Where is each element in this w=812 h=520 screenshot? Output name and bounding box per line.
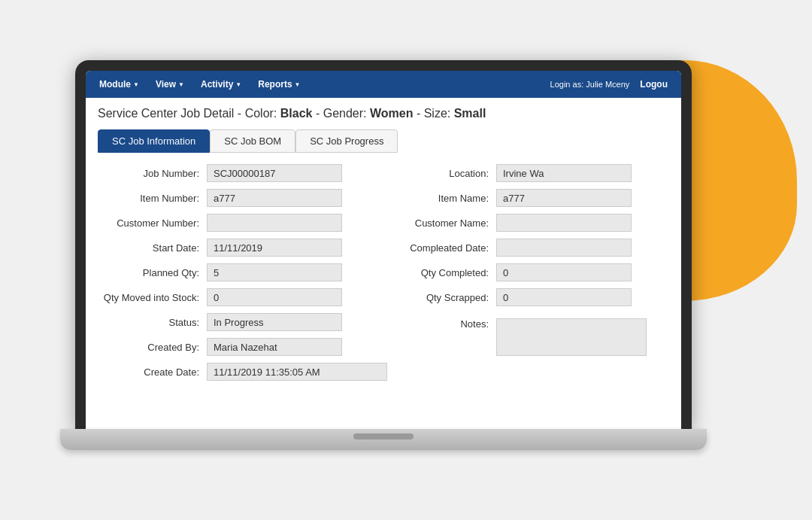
value-job-number: SCJ00000187 [207,164,342,182]
form-left: Job Number: SCJ00000187 Item Number: a77… [98,163,387,385]
label-customer-name: Customer Name: [387,217,496,229]
field-qty-moved: Qty Moved into Stock: 0 [98,287,387,307]
laptop-base [60,429,707,450]
field-create-date: Create Date: 11/11/2019 11:35:05 AM [98,362,387,382]
value-planned-qty: 5 [207,263,342,281]
label-qty-moved: Qty Moved into Stock: [98,292,207,303]
value-created-by: Maria Nazehat [207,338,342,356]
label-job-number: Job Number: [98,168,207,179]
nav-reports[interactable]: Reports ▼ [250,76,308,93]
field-created-by: Created By: Maria Nazehat [98,337,387,357]
nav-right-area: Login as: Julie Mceny Logou [550,76,675,93]
login-as-text: Login as: Julie Mceny [550,80,630,89]
tab-bar: SC Job Information SC Job BOM SC Job Pro… [98,129,669,153]
value-location: Irvine Wa [496,164,632,182]
label-create-date: Create Date: [98,366,207,378]
page-content: Service Center Job Detail - Color: Black… [86,98,681,429]
value-item-number: a777 [207,189,342,207]
module-chevron-icon: ▼ [133,81,139,88]
value-notes [496,318,647,356]
activity-chevron-icon: ▼ [235,81,241,88]
scene: Module ▼ View ▼ Activity ▼ Reports ▼ [0,0,812,520]
field-item-name: Item Name: a777 [387,188,669,208]
value-qty-scrapped: 0 [496,288,632,306]
nav-module[interactable]: Module ▼ [92,76,147,93]
field-location: Location: Irvine Wa [387,163,669,183]
label-location: Location: [387,168,496,179]
value-customer-number [207,214,342,232]
label-item-name: Item Name: [387,193,496,204]
view-chevron-icon: ▼ [178,81,184,88]
value-qty-moved: 0 [207,288,342,306]
laptop: Module ▼ View ▼ Activity ▼ Reports ▼ [75,60,692,467]
label-item-number: Item Number: [98,193,207,204]
nav-view[interactable]: View ▼ [148,76,192,93]
tab-sc-job-bom[interactable]: SC Job BOM [210,129,295,153]
field-job-number: Job Number: SCJ00000187 [98,163,387,183]
nav-activity[interactable]: Activity ▼ [193,76,249,93]
form-grid: Job Number: SCJ00000187 Item Number: a77… [98,163,669,385]
label-created-by: Created By: [98,342,207,353]
value-create-date: 11/11/2019 11:35:05 AM [207,363,387,381]
value-qty-completed: 0 [496,263,632,281]
tab-sc-job-progress[interactable]: SC Job Progress [295,129,398,153]
value-status: In Progress [207,313,342,331]
value-customer-name [496,214,632,232]
tab-sc-job-information[interactable]: SC Job Information [98,129,210,153]
label-completed-date: Compleated Date: [387,242,496,254]
field-status: Status: In Progress [98,312,387,332]
value-start-date: 11/11/2019 [207,239,342,257]
field-start-date: Start Date: 11/11/2019 [98,238,387,257]
label-customer-number: Customer Number: [98,217,207,229]
label-qty-completed: Qty Completed: [387,267,496,278]
laptop-screen: Module ▼ View ▼ Activity ▼ Reports ▼ [86,71,681,429]
field-completed-date: Compleated Date: [387,238,669,257]
nav-bar: Module ▼ View ▼ Activity ▼ Reports ▼ [86,71,681,98]
field-planned-qty: Planned Qty: 5 [98,263,387,282]
field-customer-name: Customer Name: [387,213,669,233]
label-status: Status: [98,317,207,328]
logout-button[interactable]: Logou [632,76,675,93]
field-notes: Notes: [387,318,669,356]
field-customer-number: Customer Number: [98,213,387,233]
value-completed-date [496,239,632,257]
page-title: Service Center Job Detail - Color: Black… [98,107,669,120]
label-planned-qty: Planned Qty: [98,267,207,278]
field-qty-scrapped: Qty Scrapped: 0 [387,287,669,307]
field-qty-completed: Qty Completed: 0 [387,263,669,282]
screen-bezel: Module ▼ View ▼ Activity ▼ Reports ▼ [75,60,692,429]
label-qty-scrapped: Qty Scrapped: [387,292,496,303]
value-item-name: a777 [496,189,632,207]
label-notes: Notes: [387,318,496,330]
field-item-number: Item Number: a777 [98,188,387,208]
label-start-date: Start Date: [98,242,207,254]
reports-chevron-icon: ▼ [295,81,301,88]
form-right: Location: Irvine Wa Item Name: a777 Cust… [387,163,669,385]
